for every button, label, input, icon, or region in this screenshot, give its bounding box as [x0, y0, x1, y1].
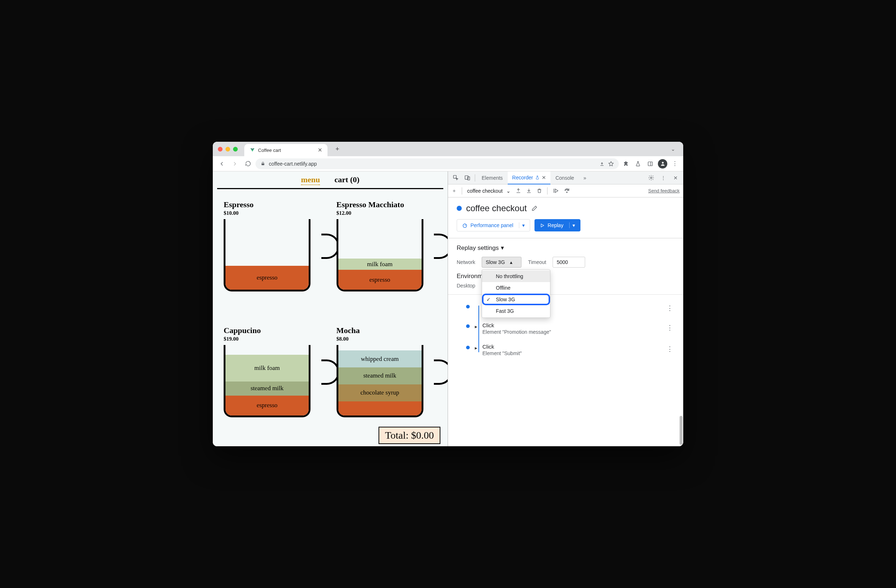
browser-tab[interactable]: Coffee cart ✕ [244, 144, 328, 156]
device-toggle-icon[interactable] [462, 173, 472, 183]
recording-indicator-icon [457, 206, 462, 211]
browser-toolbar-icons: ⋮ [621, 159, 680, 169]
more-tabs-icon[interactable]: » [579, 172, 591, 184]
new-tab-button[interactable]: + [332, 144, 342, 154]
step-row[interactable]: ▸ Click Element "Submit" ⋮ [462, 339, 680, 360]
expand-caret-icon[interactable]: ▸ [475, 345, 477, 351]
network-option-no-throttling[interactable]: No throttling [482, 270, 550, 282]
network-option-slow-3g[interactable]: Slow 3G [482, 294, 550, 305]
close-panel-icon[interactable]: ✕ [542, 175, 546, 181]
svg-point-10 [650, 177, 652, 178]
menu-item-espresso: Espresso $10.00 espresso [224, 200, 324, 317]
send-feedback-link[interactable]: Send feedback [648, 188, 680, 193]
step-dot-icon [466, 305, 470, 308]
inspect-element-icon[interactable] [450, 173, 461, 183]
settings-gear-icon[interactable] [646, 173, 657, 183]
layer-espresso: espresso [338, 270, 422, 290]
replay-label: Replay [547, 222, 564, 228]
close-devtools-icon[interactable]: ✕ [670, 173, 681, 183]
network-dropdown: No throttling Offline Slow 3G Fast 3G [482, 269, 550, 318]
new-recording-icon[interactable]: ＋ [452, 188, 457, 194]
item-name: Cappucino [224, 326, 324, 335]
tab-recorder-label: Recorder [512, 175, 533, 181]
step-menu-icon[interactable]: ⋮ [664, 343, 676, 354]
bookmark-star-icon[interactable] [608, 161, 614, 166]
back-button[interactable] [216, 158, 227, 169]
step-dot-icon [466, 324, 470, 328]
timeout-input[interactable]: 5000 [553, 257, 585, 267]
content-area: menu cart (0) Espresso $10.00 espresso E… [213, 172, 683, 446]
step-play-icon[interactable] [553, 188, 559, 194]
address-bar[interactable]: coffee-cart.netlify.app [256, 158, 619, 169]
cup-handle-icon [434, 359, 448, 385]
devtools-tab-bar: Elements Recorder ✕ Console » ⋮ ✕ [448, 172, 683, 184]
cup[interactable]: milk foam espresso [337, 219, 437, 292]
svg-point-6 [662, 162, 664, 164]
replay-settings-panel: Replay settings ▾ Network Slow 3G ▴ No t… [448, 238, 683, 295]
recording-name: coffee checkout [467, 188, 503, 194]
cup[interactable]: whipped cream steamed milk chocolate syr… [337, 345, 437, 417]
chevron-down-icon[interactable]: ▾ [569, 222, 575, 228]
side-panel-icon[interactable] [646, 159, 655, 169]
tab-elements[interactable]: Elements [477, 172, 507, 184]
step-detail: Element "Submit" [482, 350, 522, 356]
window-zoom-button[interactable] [233, 147, 238, 152]
total-box[interactable]: Total: $0.00 [378, 427, 440, 444]
share-icon[interactable] [599, 161, 605, 166]
layer-milk-foam: milk foam [338, 258, 422, 270]
cup[interactable]: espresso [224, 219, 324, 292]
import-icon[interactable] [526, 188, 532, 193]
tabs-dropdown-icon[interactable]: ⌄ [668, 145, 678, 153]
caret-up-icon: ▴ [510, 259, 512, 265]
replay-settings-toggle[interactable]: Replay settings ▾ [457, 244, 675, 252]
network-option-fast-3g[interactable]: Fast 3G [482, 305, 550, 317]
recorder-header: coffee checkout Performance panel ▾ Repl… [448, 198, 683, 238]
network-label: Network [457, 259, 475, 265]
step-over-icon[interactable] [564, 188, 570, 194]
extensions-icon[interactable] [621, 159, 630, 169]
expand-caret-icon[interactable]: ▸ [475, 324, 477, 330]
vue-favicon-icon [249, 147, 255, 153]
svg-marker-15 [541, 224, 544, 227]
reload-button[interactable] [242, 158, 253, 169]
cup-handle-icon [434, 234, 448, 259]
scrollbar-thumb[interactable] [680, 416, 683, 445]
network-option-offline[interactable]: Offline [482, 282, 550, 294]
delete-icon[interactable] [537, 188, 542, 193]
cart-link[interactable]: cart (0) [334, 175, 359, 185]
browser-menu-icon[interactable]: ⋮ [670, 159, 680, 169]
step-dot-icon [466, 346, 470, 349]
labs-icon[interactable] [633, 159, 643, 169]
network-throttle-select[interactable]: Slow 3G ▴ No throttling Offline Slow 3G … [482, 257, 521, 267]
recording-selector[interactable]: coffee checkout ⌄ [467, 188, 510, 194]
window-minimize-button[interactable] [226, 147, 230, 152]
step-menu-icon[interactable]: ⋮ [664, 303, 676, 313]
recording-title: coffee checkout [466, 203, 527, 213]
replay-button[interactable]: Replay ▾ [535, 219, 581, 231]
tab-console[interactable]: Console [551, 172, 578, 184]
export-icon[interactable] [516, 188, 521, 193]
item-name: Espresso [224, 200, 324, 210]
step-row[interactable]: ▸ Click Element "Promotion message" ⋮ [462, 318, 680, 339]
tab-recorder[interactable]: Recorder ✕ [508, 172, 550, 184]
profile-avatar-icon[interactable] [658, 159, 667, 169]
forward-button[interactable] [229, 158, 240, 169]
timeout-label: Timeout [528, 259, 546, 265]
item-name: Mocha [337, 326, 437, 335]
step-menu-icon[interactable]: ⋮ [664, 322, 676, 333]
cup[interactable]: milk foam steamed milk espresso [224, 345, 324, 417]
layer-espresso: espresso [226, 396, 309, 415]
edit-title-icon[interactable] [531, 205, 538, 211]
layer-steamed-milk: steamed milk [226, 381, 309, 396]
svg-rect-4 [648, 162, 652, 166]
chevron-down-icon[interactable]: ▾ [519, 222, 525, 228]
devtools-menu-icon[interactable]: ⋮ [658, 173, 669, 183]
replay-settings-label: Replay settings [457, 245, 499, 252]
close-tab-icon[interactable]: ✕ [318, 147, 322, 153]
recording-title-row: coffee checkout [457, 203, 675, 213]
window-close-button[interactable] [218, 147, 222, 152]
labs-badge-icon [535, 175, 539, 180]
performance-panel-button[interactable]: Performance panel ▾ [457, 219, 530, 231]
menu-link[interactable]: menu [301, 175, 320, 185]
url-text: coffee-cart.netlify.app [269, 161, 317, 167]
